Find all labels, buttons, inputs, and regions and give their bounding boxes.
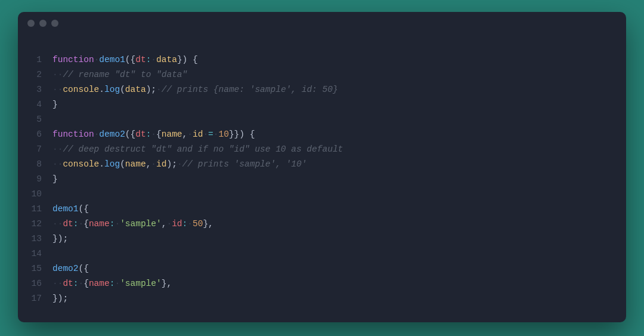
code-line: function·demo1({dt:·data}) { xyxy=(52,53,619,67)
line-number: 16 xyxy=(25,276,42,291)
code-line: ··// rename "dt" to "data" xyxy=(52,67,619,82)
token-fn: demo1 xyxy=(52,204,79,214)
token-ws: ·· xyxy=(52,219,63,229)
token-prop: dt xyxy=(63,279,73,288)
token-prop: dt xyxy=(63,219,73,229)
window-titlebar xyxy=(18,12,626,35)
token-str: 'sample' xyxy=(120,279,162,288)
token-fn: log xyxy=(104,159,120,169)
token-fn: demo2 xyxy=(99,130,125,139)
editor-window: 1234567891011121314151617 function·demo1… xyxy=(18,12,626,322)
line-number: 4 xyxy=(25,97,42,112)
token-num: 10 xyxy=(219,130,229,139)
token-punc: { xyxy=(83,219,89,229)
token-ws: ·· xyxy=(52,279,63,288)
token-ident: name xyxy=(162,130,182,139)
token-punc: { xyxy=(244,130,255,139)
token-fn: demo1 xyxy=(99,55,125,64)
code-line: ··dt:·{name:·'sample',·id:·50}, xyxy=(52,217,619,232)
token-punc: . xyxy=(99,159,104,169)
token-ws: ·· xyxy=(52,159,63,169)
line-number: 13 xyxy=(25,232,42,246)
line-number: 12 xyxy=(25,217,42,232)
line-number: 3 xyxy=(25,82,42,97)
code-line: } xyxy=(52,172,619,187)
token-op: = xyxy=(208,130,213,139)
token-ws: · xyxy=(187,130,193,139)
code-line: } xyxy=(52,97,619,112)
token-punc: ); xyxy=(166,159,177,169)
window-minimize-dot[interactable] xyxy=(39,20,47,27)
token-punc: } xyxy=(52,100,58,109)
line-number: 1 xyxy=(25,53,42,67)
line-number: 14 xyxy=(25,246,42,261)
token-ws: · xyxy=(203,130,208,139)
code-line: }); xyxy=(52,291,619,306)
token-ws: · xyxy=(151,55,156,64)
line-number: 17 xyxy=(25,291,42,306)
token-punc: ) xyxy=(239,130,244,139)
token-ws: · xyxy=(151,159,156,169)
token-ws: · xyxy=(151,130,156,139)
token-op: : xyxy=(73,219,79,229)
token-punc: { xyxy=(131,55,136,64)
token-ident: name xyxy=(125,159,146,169)
token-prop: name xyxy=(89,279,110,288)
token-punc: ( xyxy=(125,130,131,139)
code-line xyxy=(52,187,619,202)
token-ws: ·· xyxy=(52,144,63,154)
token-punc: }, xyxy=(203,219,213,229)
token-punc: { xyxy=(187,55,197,64)
token-op: : xyxy=(73,279,79,288)
code-line: ··console.log(data);·// prints {name: 's… xyxy=(52,82,619,97)
line-number-gutter: 1234567891011121314151617 xyxy=(25,53,52,306)
token-ws: · xyxy=(166,219,172,229)
editor-area[interactable]: 1234567891011121314151617 function·demo1… xyxy=(18,35,626,313)
code-line xyxy=(52,112,619,127)
code-line: demo2({ xyxy=(52,261,619,276)
token-punc: ({ xyxy=(79,264,89,273)
token-fn: log xyxy=(104,85,120,94)
token-op: : xyxy=(182,219,188,229)
token-ws: · xyxy=(79,279,84,288)
token-kw: function xyxy=(52,130,94,139)
token-ws: · xyxy=(114,279,120,288)
token-ws: · xyxy=(177,159,182,169)
token-ws: ·· xyxy=(52,70,63,79)
code-line: function·demo2({dt:·{name,·id·=·10}}) { xyxy=(52,127,619,142)
token-cmt: // prints {name: 'sample', id: 50} xyxy=(162,85,338,94)
code-line: ··// deep destruct "dt" and if no "id" u… xyxy=(52,142,619,157)
token-punc: { xyxy=(83,279,89,288)
line-number: 2 xyxy=(25,67,42,82)
token-ident: data xyxy=(125,85,146,94)
window-zoom-dot[interactable] xyxy=(51,20,58,27)
token-ws: · xyxy=(79,219,84,229)
token-cmt: // prints 'sample', '10' xyxy=(182,159,307,169)
token-fn: demo2 xyxy=(52,264,79,273)
token-ident: console xyxy=(63,159,99,169)
token-prop: dt xyxy=(135,130,145,139)
token-punc: } xyxy=(52,174,58,184)
token-ws: · xyxy=(156,85,162,94)
line-number: 8 xyxy=(25,157,42,172)
window-close-dot[interactable] xyxy=(27,20,35,27)
code-line: ··dt:·{name:·'sample'}, xyxy=(52,276,619,291)
token-punc: ( xyxy=(120,159,125,169)
token-cmt: // rename "dt" to "data" xyxy=(63,70,187,79)
line-number: 15 xyxy=(25,261,42,276)
token-cmt: // deep destruct "dt" and if no "id" use… xyxy=(63,144,343,154)
token-punc: } xyxy=(177,55,182,64)
token-ident: console xyxy=(63,85,99,94)
code-line: }); xyxy=(52,232,619,246)
token-prop: id xyxy=(172,219,182,229)
token-ws: · xyxy=(114,219,120,229)
token-punc: ({ xyxy=(79,204,89,214)
token-ws: ·· xyxy=(52,85,63,94)
line-number: 7 xyxy=(25,142,42,157)
token-punc: . xyxy=(99,85,104,94)
code-line xyxy=(52,246,619,261)
token-punc: ( xyxy=(120,85,125,94)
token-punc: ); xyxy=(146,85,156,94)
line-number: 9 xyxy=(25,172,42,187)
code-content[interactable]: function·demo1({dt:·data}) {··// rename … xyxy=(52,53,619,306)
